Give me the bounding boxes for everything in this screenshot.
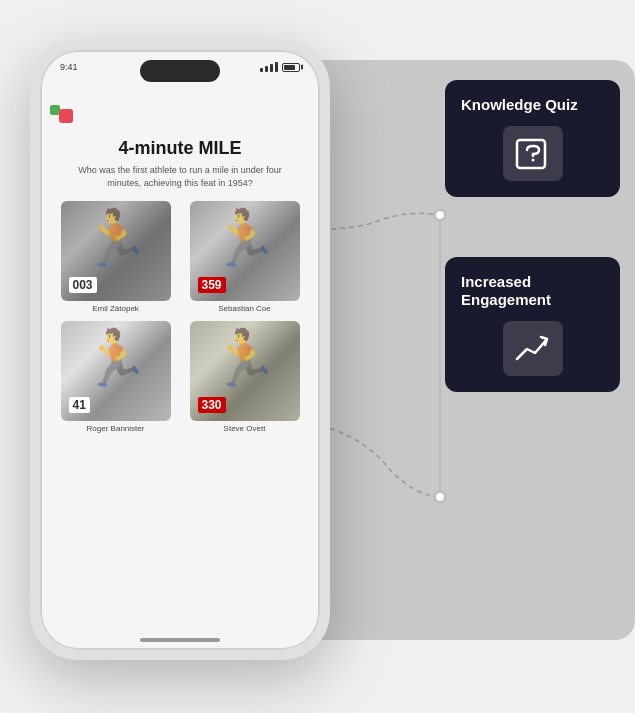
logo-red: [59, 109, 73, 123]
svg-rect-3: [517, 140, 545, 168]
app-logo: [55, 105, 305, 123]
quiz-question: Who was the first athlete to run a mile …: [55, 164, 305, 189]
athlete-item-bannister[interactable]: 🏃 Roger Bannister: [55, 321, 176, 433]
knowledge-card-title: Knowledge Quiz: [461, 96, 604, 114]
knowledge-quiz-card: Knowledge Quiz: [445, 80, 620, 197]
svg-point-4: [531, 158, 534, 161]
athlete-silhouette-bannister: 🏃: [81, 326, 150, 391]
athlete-photo-bannister: 🏃: [61, 321, 171, 421]
trend-icon-box: [503, 321, 563, 376]
trend-icon: [513, 329, 553, 369]
athlete-item-zatopek[interactable]: 🏃 Emil Zátopek: [55, 201, 176, 313]
home-indicator[interactable]: [140, 638, 220, 642]
athlete-silhouette: 🏃: [81, 206, 150, 271]
athlete-name-ovett: Steve Ovett: [224, 424, 266, 433]
athlete-silhouette-ovett: 🏃: [210, 326, 279, 391]
photo-grid: 🏃 Emil Zátopek 🏃 Sebastian Coe: [55, 201, 305, 433]
battery-indicator: [282, 63, 300, 72]
athlete-item-coe[interactable]: 🏃 Sebastian Coe: [184, 201, 305, 313]
app-content: 4-minute MILE Who was the first athlete …: [40, 95, 320, 620]
athlete-name-bannister: Roger Bannister: [87, 424, 145, 433]
athlete-photo-ovett: 🏃: [190, 321, 300, 421]
athlete-name-zatopek: Emil Zátopek: [92, 304, 139, 313]
scene: 9:41: [0, 0, 635, 713]
quiz-title: 4-minute MILE: [55, 138, 305, 159]
athlete-silhouette-coe: 🏃: [210, 206, 279, 271]
athlete-item-ovett[interactable]: 🏃 Steve Ovett: [184, 321, 305, 433]
signal-indicator: [260, 62, 278, 72]
phone-mockup: 9:41: [30, 40, 330, 660]
feature-cards: Knowledge Quiz Increased Engagement: [445, 80, 620, 392]
quiz-icon: [515, 136, 551, 172]
time-label: 9:41: [60, 62, 78, 72]
athlete-photo-coe: 🏃: [190, 201, 300, 301]
phone-body: 9:41: [30, 40, 330, 660]
engagement-card-title: Increased Engagement: [461, 273, 604, 309]
engagement-card: Increased Engagement: [445, 257, 620, 392]
quiz-icon-box: [503, 126, 563, 181]
athlete-name-coe: Sebastian Coe: [218, 304, 270, 313]
athlete-photo-zatopek: 🏃: [61, 201, 171, 301]
dynamic-island: [140, 60, 220, 82]
